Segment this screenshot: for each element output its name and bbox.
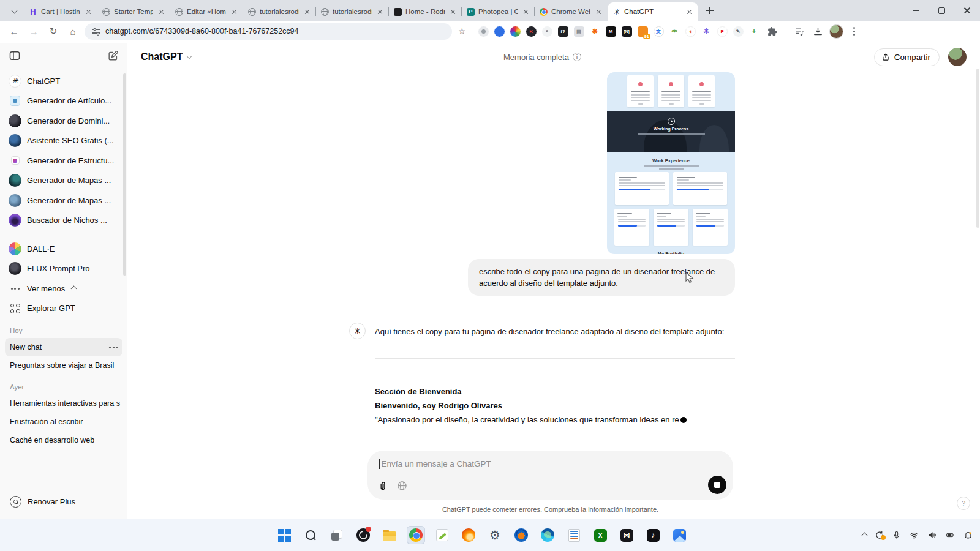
site-info-icon[interactable] xyxy=(92,28,100,35)
tab-home-rodrigo[interactable]: Home - Rodrigo Oliv xyxy=(389,2,462,21)
tab-chrome-web-store[interactable]: Chrome Web Store: xyxy=(535,2,608,21)
flame-ext-icon[interactable]: ◖ xyxy=(685,26,696,37)
gray-app-ext-icon[interactable]: ▤ xyxy=(574,26,584,37)
sidebar-toggle-icon[interactable] xyxy=(9,50,21,64)
tab-starter-templates[interactable]: Starter Templates < t xyxy=(97,2,170,21)
tab-tutorialesrodrigo-2[interactable]: tutorialesrodrigo.com xyxy=(316,2,389,21)
purple-asterisk-ext-icon[interactable]: ✳ xyxy=(701,26,712,37)
minimize-button[interactable] xyxy=(903,0,929,21)
reload-button[interactable]: ↻ xyxy=(45,23,61,39)
tab-close-icon[interactable] xyxy=(375,7,385,17)
notifications-bell-icon[interactable] xyxy=(963,530,973,540)
history-item-new-chat[interactable]: New chat xyxy=(5,338,123,356)
history-item-herramientas[interactable]: Herramientas interactivas para s xyxy=(5,394,123,413)
chrome-app-active[interactable] xyxy=(407,526,425,544)
tab-cart-hostinger[interactable]: H Cart | Hostinger xyxy=(24,2,97,21)
tab-chatgpt-active[interactable]: ✳ ChatGPT xyxy=(608,2,698,21)
share-button[interactable]: Compartir xyxy=(874,48,940,66)
tab-close-icon[interactable] xyxy=(157,7,166,17)
sidebar-explorar-gpt[interactable]: Explorar GPT xyxy=(5,299,123,319)
notepad-plus-app[interactable] xyxy=(433,526,451,544)
notes-app[interactable] xyxy=(565,526,583,544)
model-selector[interactable]: ChatGPT xyxy=(141,51,191,62)
attached-template-image[interactable]: Working Process Work Experience My P xyxy=(607,72,735,254)
sidebar-item-generador-mapas-1[interactable]: Generador de Mapas ... xyxy=(5,171,123,191)
help-button[interactable]: ? xyxy=(957,497,970,510)
downloads-icon[interactable] xyxy=(811,24,826,39)
maximize-button[interactable] xyxy=(929,0,954,21)
microphone-icon[interactable] xyxy=(892,530,901,540)
history-item-preguntas-brasil[interactable]: Preguntas sobre viajar a Brasil xyxy=(5,356,123,375)
tab-tutorialesrodrigo-1[interactable]: tutorialesrodrigo.com xyxy=(243,2,316,21)
font-identifier-ext-icon[interactable]: f? xyxy=(558,26,568,37)
sidebar-item-chatgpt[interactable]: ✳ ChatGPT xyxy=(5,71,123,91)
capcut-app[interactable]: ⋈ xyxy=(617,526,636,544)
volume-icon[interactable] xyxy=(927,530,937,540)
tab-editar-home[interactable]: Editar «Home» con El xyxy=(170,2,243,21)
wifi-icon[interactable] xyxy=(909,531,919,540)
tab-close-icon[interactable] xyxy=(303,7,312,17)
back-button[interactable]: ← xyxy=(6,23,22,39)
sidebar-item-generador-dominio[interactable]: Generador de Domini... xyxy=(5,111,123,131)
tab-close-icon[interactable] xyxy=(230,7,239,17)
item-options-icon[interactable] xyxy=(109,347,118,348)
url-text[interactable]: chatgpt.com/c/6743309d-8a60-800f-ba41-76… xyxy=(105,27,445,36)
user-avatar[interactable] xyxy=(948,48,967,66)
zoom-ext-icon[interactable]: ⌕ xyxy=(542,26,552,37)
tiktok-app[interactable]: ♪ xyxy=(644,526,662,544)
forward-button[interactable]: → xyxy=(26,23,42,39)
sidebar-item-generador-estructura[interactable]: Generador de Estructu... xyxy=(5,151,123,171)
sidebar-item-flux[interactable]: FLUX Prompt Pro xyxy=(5,259,123,279)
task-view-button[interactable] xyxy=(328,526,346,544)
tab-close-icon[interactable] xyxy=(448,7,458,17)
xbox-app[interactable]: x xyxy=(591,526,609,544)
bookmark-star-icon[interactable]: ☆ xyxy=(458,26,466,36)
sidebar-ver-menos[interactable]: Ver menos xyxy=(5,279,123,299)
home-button[interactable]: ⌂ xyxy=(65,23,81,39)
chat-scroll-area[interactable]: Working Process Work Experience My P xyxy=(127,71,980,446)
translate-ext-icon[interactable]: 文 xyxy=(654,26,664,37)
k-app-ext-icon[interactable]: K xyxy=(526,26,537,37)
tab-close-icon[interactable] xyxy=(685,7,694,17)
sidebar-item-buscador-nichos[interactable]: Buscador de Nichos ... xyxy=(5,211,123,231)
sidebar-footer-renovar-plus[interactable]: Renovar Plus xyxy=(0,487,127,519)
web-search-icon[interactable] xyxy=(396,480,408,494)
firefox-app[interactable] xyxy=(459,526,478,544)
sidebar-item-asistente-seo[interactable]: Asistente SEO Gratis (... xyxy=(5,131,123,151)
message-composer[interactable]: Envía un mensaje a ChatGPT xyxy=(368,451,733,500)
browser-profile-avatar[interactable] xyxy=(829,24,843,39)
tab-photopea[interactable]: P Photopea | Online Ph xyxy=(462,2,535,21)
info-icon[interactable]: i xyxy=(573,53,581,61)
attach-file-icon[interactable] xyxy=(377,481,388,494)
start-button[interactable] xyxy=(275,526,293,544)
history-item-frustracion[interactable]: Frustración al escribir xyxy=(5,413,123,431)
stop-generating-button[interactable] xyxy=(708,476,726,494)
extensions-menu-icon[interactable] xyxy=(765,24,780,39)
new-tab-button[interactable] xyxy=(702,2,718,18)
edge-app[interactable] xyxy=(538,526,557,544)
blue-app-ext-icon[interactable] xyxy=(494,26,505,37)
pencil-ext-icon[interactable]: ✎ xyxy=(733,26,744,37)
taskbar-search[interactable] xyxy=(301,526,320,544)
green-puzzle-ext-icon[interactable]: ⚮ xyxy=(669,26,680,37)
audio-app[interactable] xyxy=(512,526,530,544)
tab-close-icon[interactable] xyxy=(594,7,603,17)
screenshot-ext-icon[interactable] xyxy=(478,26,489,37)
tab-close-icon[interactable] xyxy=(84,7,93,17)
sidebar-scrollbar[interactable] xyxy=(123,73,126,276)
window-close-button[interactable] xyxy=(954,0,980,21)
sidebar-item-generador-articulo[interactable]: Generador de Artículo... xyxy=(5,91,123,111)
composer-placeholder[interactable]: Envía un mensaje a ChatGPT xyxy=(382,459,491,468)
battery-icon[interactable] xyxy=(945,531,956,539)
history-item-cache[interactable]: Caché en desarrollo web xyxy=(5,431,123,449)
browser-menu-icon[interactable] xyxy=(847,24,862,39)
new-chat-icon[interactable] xyxy=(107,50,119,64)
tab-search-button[interactable] xyxy=(6,2,22,18)
pinterest-ext-icon[interactable]: P xyxy=(717,26,728,37)
calendar-ext-icon[interactable]: 91 xyxy=(638,26,648,37)
file-explorer-app[interactable] xyxy=(380,526,399,544)
sidebar-item-dalle[interactable]: DALL·E xyxy=(5,239,123,259)
notation-ext-icon[interactable]: [N] xyxy=(622,26,632,37)
obs-studio-app[interactable] xyxy=(354,526,372,544)
address-bar[interactable]: chatgpt.com/c/6743309d-8a60-800f-ba41-76… xyxy=(85,23,452,40)
